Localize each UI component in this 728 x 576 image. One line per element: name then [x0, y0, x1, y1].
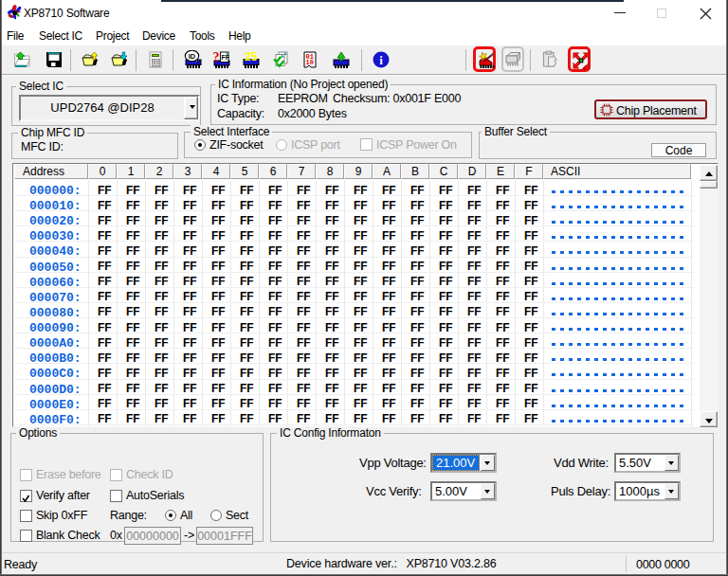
svg-text:25: 25: [245, 50, 258, 63]
svg-text:ID: ID: [189, 52, 196, 61]
svg-text:FF: FF: [222, 54, 229, 61]
svg-text:i: i: [379, 53, 383, 67]
svg-text:?: ?: [213, 50, 220, 64]
svg-text:10: 10: [306, 59, 314, 66]
